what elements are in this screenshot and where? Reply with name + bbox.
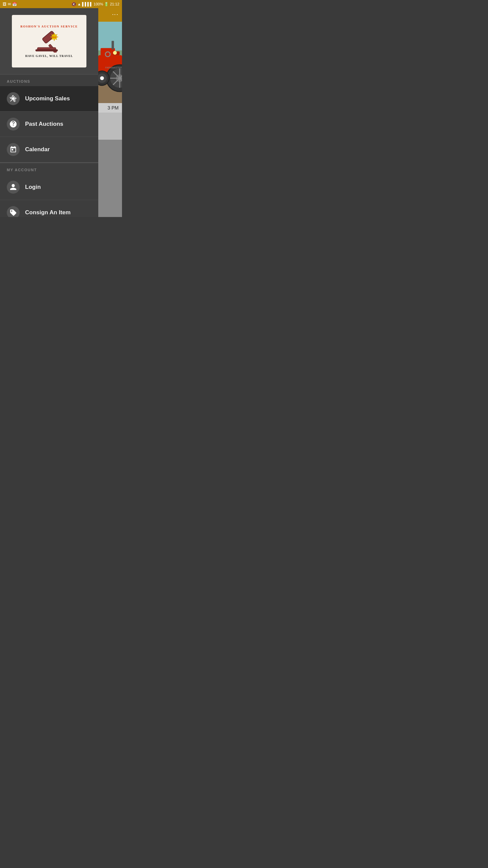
wifi-icon: ▲: [77, 2, 81, 6]
section-header-auctions: AUCTIONS: [0, 74, 98, 86]
person-icon: [7, 181, 20, 194]
svg-point-21: [100, 76, 104, 80]
content-toolbar: ⋮: [98, 8, 122, 22]
svg-rect-7: [98, 22, 122, 51]
logo-gavel-image: SOLD!: [30, 28, 68, 54]
content-bottom-area: [98, 113, 122, 140]
battery-icon: 🔋: [104, 2, 109, 6]
main-layout: ROSHON'S AUCTION SERVICE SOLD!: [0, 8, 122, 217]
sidebar-item-calendar[interactable]: Calendar: [0, 137, 98, 162]
svg-text:SOLD!: SOLD!: [52, 36, 57, 38]
svg-rect-11: [111, 41, 114, 49]
navigation-drawer: ROSHON'S AUCTION SERVICE SOLD!: [0, 8, 98, 217]
drawer-logo-area: ROSHON'S AUCTION SERVICE SOLD!: [0, 8, 98, 74]
login-label: Login: [25, 184, 41, 191]
clock: 21:12: [110, 2, 119, 6]
content-image: FARMMASTER: [98, 22, 122, 103]
calendar-status-icon: 📅: [12, 2, 17, 6]
calendar-label: Calendar: [25, 146, 50, 153]
sidebar-item-login[interactable]: Login: [0, 175, 98, 200]
upcoming-sales-label: Upcoming Sales: [25, 95, 70, 102]
mail-status-icon: ✉: [8, 2, 11, 6]
svg-rect-3: [36, 50, 58, 51]
logo-arc-text: ROSHON'S AUCTION SERVICE: [20, 25, 78, 28]
status-bar: 🖼 ✉ 📅 🔇 ▲ ▌▌▌▌ 100% 🔋 21:12: [0, 0, 122, 8]
sidebar-item-upcoming-sales[interactable]: Upcoming Sales: [0, 86, 98, 112]
content-area: ⋮: [98, 8, 122, 217]
time-label: 3 PM: [98, 103, 122, 113]
image-status-icon: 🖼: [3, 2, 6, 6]
money-chat-icon: [7, 118, 20, 131]
more-options-button[interactable]: ⋮: [111, 12, 119, 18]
sidebar-item-past-auctions[interactable]: Past Auctions: [0, 112, 98, 137]
svg-text:FARMMASTER: FARMMASTER: [105, 66, 122, 69]
svg-point-24: [113, 51, 117, 55]
section-header-my-account: MY ACCOUNT: [0, 163, 98, 175]
logo-tagline: HAVE GAVEL, WILL TRAVEL: [25, 54, 73, 58]
status-left-icons: 🖼 ✉ 📅: [3, 2, 17, 6]
mute-icon: 🔇: [72, 2, 76, 6]
consign-item-label: Consign An Item: [25, 209, 70, 216]
gavel-icon: [7, 92, 20, 105]
tag-icon: [7, 206, 20, 217]
status-right-icons: 🔇 ▲ ▌▌▌▌ 100% 🔋 21:12: [72, 2, 119, 6]
sidebar-item-consign-item[interactable]: Consign An Item: [0, 200, 98, 217]
signal-icon: ▌▌▌▌: [82, 2, 93, 6]
calendar-icon: [7, 143, 20, 156]
logo-box: ROSHON'S AUCTION SERVICE SOLD!: [12, 15, 86, 67]
past-auctions-label: Past Auctions: [25, 121, 63, 127]
battery-percent: 100%: [94, 2, 103, 6]
